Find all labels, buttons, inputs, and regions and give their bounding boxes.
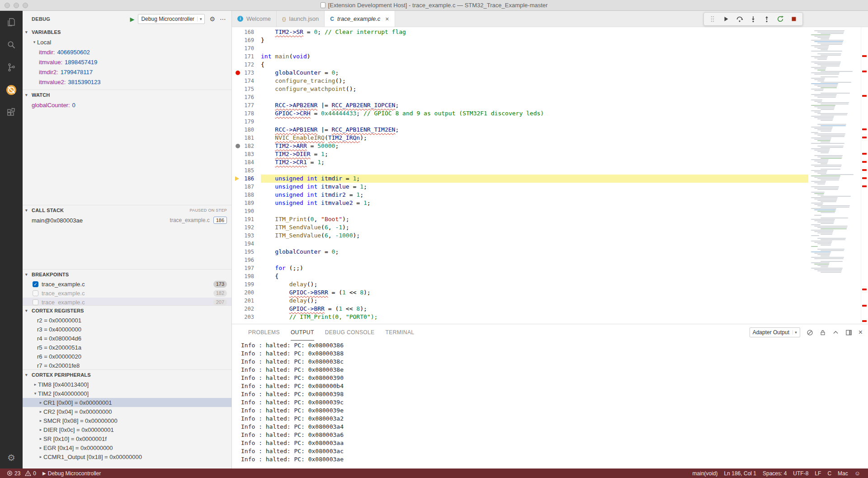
restart-button[interactable] [774,14,786,24]
peripheral-row[interactable]: ▸DIER [0x0c] = 0x00000001 [23,425,231,434]
breakpoint-checkbox[interactable] [33,299,38,305]
zoom-window-button[interactable] [23,3,28,8]
editor-gutter[interactable]: 186 [232,175,261,183]
tab-trace-example-c[interactable]: C trace_example.c × [325,11,395,27]
code-text[interactable]: unsigned int itmvalue2 = 1; [261,199,808,207]
code-text[interactable]: RCC->APB1ENR |= RCC_APB1ENR_TIM2EN; [261,126,808,134]
editor-gutter[interactable]: 200 [232,289,261,297]
output-log[interactable]: Info : halted: PC: 0x08000386Info : halt… [232,341,868,469]
step-into-button[interactable] [747,14,759,24]
language-mode[interactable]: C [824,470,835,477]
variable-row[interactable]: itmvalue2:3815390123 [23,77,231,87]
editor-gutter[interactable]: 173 [232,69,261,77]
step-out-button[interactable] [761,14,773,24]
editor-gutter[interactable]: 201 [232,297,261,305]
register-row[interactable]: r6 = 0x00000020 [23,352,231,361]
editor-gutter[interactable]: 190 [232,207,261,215]
code-text[interactable]: TIM2->DIER = 1; [261,150,808,158]
lock-scroll-icon[interactable] [820,329,826,336]
peripheral-row[interactable]: ▸TIM8 [0x40013400] [23,380,231,389]
code-text[interactable]: // ITM_Print(0, "PORT0"); [261,313,808,321]
peripheral-row[interactable]: ▸CR1 [0x00] = 0x00000001 [23,398,231,407]
editor-gutter[interactable]: 193 [232,232,261,240]
editor-gutter[interactable]: 178 [232,109,261,118]
breakpoint-checkbox[interactable]: ✓ [33,281,38,287]
toolbar-drag-handle[interactable] [707,14,718,24]
code-text[interactable] [261,166,808,175]
editor-gutter[interactable]: 185 [232,166,261,175]
code-text[interactable]: configure_watchpoint(); [261,85,808,93]
code-text[interactable]: GPIOC->BSRR = (1 << 8); [261,289,808,297]
minimap[interactable] [808,27,861,324]
editor-gutter[interactable]: 198 [232,272,261,280]
editor-gutter[interactable]: 188 [232,191,261,199]
call-stack-section-header[interactable]: ▾ CALL STACK PAUSED ON STEP [23,205,231,215]
editor-gutter[interactable]: 176 [232,93,261,101]
more-actions-icon[interactable]: ⋯ [220,15,226,23]
code-text[interactable]: ITM_Print(0, "Boot"); [261,215,808,223]
variable-row[interactable]: itmdir2:1799478117 [23,67,231,77]
editor-gutter[interactable]: 195 [232,248,261,256]
editor-gutter[interactable]: 175 [232,85,261,93]
peripheral-row[interactable]: ▸SMCR [0x08] = 0x00000000 [23,416,231,425]
close-panel-icon[interactable]: × [859,328,863,336]
cortex-peripherals-section-header[interactable]: ▾ CORTEX PERIPHERALS [23,370,231,380]
chevron-right-icon[interactable]: ▸ [38,436,43,441]
peripheral-row[interactable]: ▸EGR [0x14] = 0x00000000 [23,443,231,452]
code-text[interactable]: ITM_SendValue(6, -1000); [261,232,808,240]
editor-gutter[interactable]: 183 [232,150,261,158]
register-row[interactable]: r4 = 0x080004d6 [23,334,231,343]
editor-gutter[interactable]: 174 [232,77,261,85]
editor-gutter[interactable]: 194 [232,240,261,248]
code-text[interactable]: for (;;) [261,264,808,272]
scope-row-local[interactable]: ▾ Local [23,37,231,47]
breakpoint-row[interactable]: ✓trace_example.c173 [23,279,231,289]
cortex-registers-section-header[interactable]: ▾ CORTEX REGISTERS [23,306,231,316]
editor-gutter[interactable]: 168 [232,28,261,36]
tab-welcome[interactable]: i Welcome [232,11,277,27]
os-indicator[interactable]: Mac [835,470,851,477]
chevron-right-icon[interactable]: ▸ [33,382,38,387]
breakpoint-checkbox[interactable] [33,290,38,296]
register-row[interactable]: r3 = 0x40000000 [23,325,231,334]
editor-gutter[interactable]: 189 [232,199,261,207]
code-text[interactable]: { [261,272,808,280]
chevron-right-icon[interactable]: ▸ [38,445,43,450]
panel-tab-terminal[interactable]: TERMINAL [386,324,415,341]
editor-gutter[interactable]: 177 [232,101,261,109]
editor-gutter[interactable]: 171 [232,52,261,61]
watch-row[interactable]: globalCounter:0 [23,100,231,110]
editor-gutter[interactable]: 169 [232,36,261,44]
editor-gutter[interactable]: 184 [232,158,261,166]
cursor-position[interactable]: Ln 186, Col 1 [721,470,760,477]
peripheral-row[interactable]: ▸CR2 [0x04] = 0x00000000 [23,407,231,416]
editor-gutter[interactable]: 191 [232,215,261,223]
editor-gutter[interactable]: 179 [232,118,261,126]
breakpoints-section-header[interactable]: ▾ BREAKPOINTS [23,270,231,279]
stack-frame-row[interactable]: main@0x080003ae trace_example.c 186 [23,215,231,225]
register-row[interactable]: r7 = 0x20001fe8 [23,361,231,370]
minimize-window-button[interactable] [14,3,19,8]
code-text[interactable]: TIM2->CR1 = 1; [261,158,808,166]
feedback-smiley-icon[interactable]: ☺ [851,470,863,477]
variable-row[interactable]: itmvalue:1898457419 [23,57,231,67]
editor-gutter[interactable]: 182 [232,142,261,150]
editor-gutter[interactable]: 180 [232,126,261,134]
editor-gutter[interactable]: 170 [232,44,261,52]
code-text[interactable]: int main(void) [261,52,808,61]
editor-gutter[interactable]: 172 [232,61,261,69]
register-row[interactable]: r5 = 0x2000051a [23,343,231,352]
panel-layout-icon[interactable] [845,329,852,336]
tab-launch-json[interactable]: {} launch.json [277,11,325,27]
code-editor[interactable]: 168 TIM2->SR = 0; // Clear interrupt fla… [232,27,868,324]
chevron-right-icon[interactable]: ▸ [38,400,43,405]
code-text[interactable]: TIM2->SR = 0; // Clear interrupt flag [261,28,808,36]
indentation-status[interactable]: Spaces: 4 [760,470,790,477]
editor-gutter[interactable]: 203 [232,313,261,321]
breakpoint-dot[interactable] [236,71,240,75]
problems-status[interactable]: 23 0 [4,469,39,478]
eol-status[interactable]: LF [811,470,824,477]
settings-gear-icon[interactable]: ⚙ [0,452,23,463]
code-text[interactable]: { [261,61,808,69]
code-text[interactable]: globalCounter = 0; [261,248,808,256]
